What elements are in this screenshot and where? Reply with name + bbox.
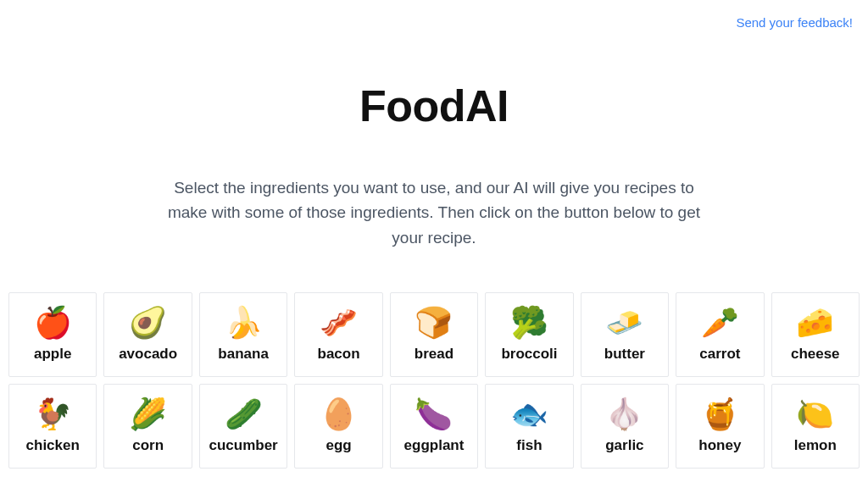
- ingredient-card-bacon[interactable]: 🥓bacon: [294, 292, 382, 377]
- ingredient-label: egg: [326, 437, 351, 454]
- feedback-link[interactable]: Send your feedback!: [736, 15, 853, 30]
- ingredient-label: bread: [415, 346, 453, 363]
- ingredient-label: lemon: [794, 437, 837, 454]
- honey-icon: 🍯: [701, 397, 739, 431]
- broccoli-icon: 🥦: [510, 306, 548, 340]
- carrot-icon: 🥕: [701, 306, 739, 340]
- cucumber-icon: 🥒: [225, 397, 263, 431]
- ingredient-label: chicken: [26, 437, 80, 454]
- egg-icon: 🥚: [320, 397, 358, 431]
- bacon-icon: 🥓: [320, 306, 358, 340]
- ingredient-label: garlic: [605, 437, 643, 454]
- eggplant-icon: 🍆: [415, 397, 453, 431]
- ingredient-card-lemon[interactable]: 🍋lemon: [771, 384, 860, 469]
- cheese-icon: 🧀: [796, 306, 834, 340]
- ingredient-card-fish[interactable]: 🐟fish: [485, 384, 573, 469]
- ingredient-label: cucumber: [209, 437, 277, 454]
- ingredient-card-carrot[interactable]: 🥕carrot: [676, 292, 764, 377]
- ingredient-label: fish: [516, 437, 542, 454]
- ingredient-label: bacon: [318, 346, 360, 363]
- ingredient-label: avocado: [119, 346, 177, 363]
- avocado-icon: 🥑: [129, 306, 167, 340]
- banana-icon: 🍌: [225, 306, 263, 340]
- chicken-icon: 🐓: [34, 397, 72, 431]
- page-description: Select the ingredients you want to use, …: [163, 175, 705, 250]
- ingredient-card-cheese[interactable]: 🧀cheese: [771, 292, 860, 377]
- ingredient-card-egg[interactable]: 🥚egg: [294, 384, 382, 469]
- ingredient-card-corn[interactable]: 🌽corn: [103, 384, 192, 469]
- apple-icon: 🍎: [34, 306, 72, 340]
- corn-icon: 🌽: [129, 397, 167, 431]
- ingredient-card-avocado[interactable]: 🥑avocado: [103, 292, 192, 377]
- ingredient-card-garlic[interactable]: 🧄garlic: [581, 384, 669, 469]
- ingredient-card-banana[interactable]: 🍌banana: [199, 292, 287, 377]
- butter-icon: 🧈: [605, 306, 643, 340]
- ingredient-card-apple[interactable]: 🍎apple: [8, 292, 97, 377]
- bread-icon: 🍞: [415, 306, 453, 340]
- fish-icon: 🐟: [510, 397, 548, 431]
- main-container: FoodAI Select the ingredients you want t…: [0, 0, 868, 469]
- ingredient-card-broccoli[interactable]: 🥦broccoli: [485, 292, 573, 377]
- ingredient-card-cucumber[interactable]: 🥒cucumber: [199, 384, 287, 469]
- ingredient-label: apple: [34, 346, 71, 363]
- lemon-icon: 🍋: [796, 397, 834, 431]
- ingredient-label: carrot: [699, 346, 740, 363]
- ingredient-label: broccoli: [501, 346, 557, 363]
- ingredients-grid: 🍎apple🥑avocado🍌banana🥓bacon🍞bread🥦brocco…: [0, 292, 868, 469]
- ingredient-label: corn: [132, 437, 164, 454]
- ingredient-card-butter[interactable]: 🧈butter: [581, 292, 669, 377]
- ingredient-label: cheese: [791, 346, 840, 363]
- ingredient-card-honey[interactable]: 🍯honey: [676, 384, 764, 469]
- ingredient-label: banana: [218, 346, 269, 363]
- ingredient-card-eggplant[interactable]: 🍆eggplant: [390, 384, 478, 469]
- ingredient-label: butter: [604, 346, 645, 363]
- garlic-icon: 🧄: [605, 397, 643, 431]
- ingredient-card-chicken[interactable]: 🐓chicken: [8, 384, 97, 469]
- ingredient-label: honey: [698, 437, 741, 454]
- ingredient-card-bread[interactable]: 🍞bread: [390, 292, 478, 377]
- ingredient-label: eggplant: [404, 437, 465, 454]
- page-title: FoodAI: [0, 80, 868, 131]
